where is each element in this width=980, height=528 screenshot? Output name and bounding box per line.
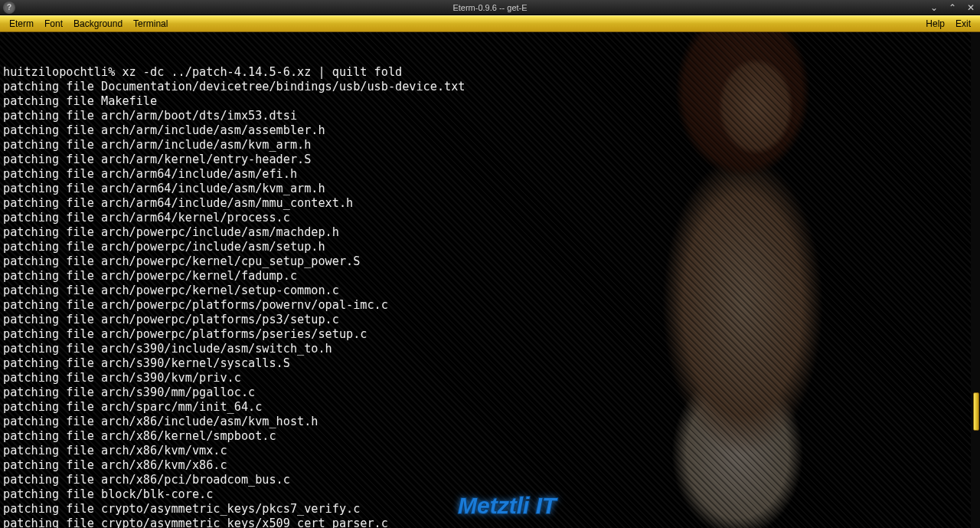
menu-font[interactable]: Font [40,17,67,31]
terminal-line: patching file arch/arm/boot/dts/imx53.dt… [3,109,977,123]
menu-exit[interactable]: Exit [951,17,975,31]
terminal-line: patching file arch/powerpc/include/asm/s… [3,240,977,254]
terminal-line: patching file arch/arm/include/asm/kvm_a… [3,138,977,152]
terminal-line: patching file arch/arm64/include/asm/kvm… [3,182,977,196]
terminal-line: patching file arch/arm/include/asm/assem… [3,123,977,138]
scrollbar-thumb[interactable] [973,392,979,431]
terminal-line: patching file arch/x86/kvm/vmx.c [3,444,977,458]
terminal-line: patching file arch/x86/kernel/smpboot.c [3,429,977,444]
terminal-line: patching file Makefile [3,94,977,109]
window-titlebar: ? Eterm-0.9.6 -- get-E ⌄ ⌃ ✕ [0,0,980,15]
terminal-line: patching file arch/powerpc/include/asm/m… [3,225,977,240]
menubar-left: Eterm Font Background Terminal [5,17,172,31]
app-icon: ? [3,2,15,14]
terminal-line: patching file arch/s390/include/asm/swit… [3,342,977,356]
watermark-text: Metztli IT [458,493,556,519]
terminal-line: patching file arch/arm64/kernel/process.… [3,211,977,225]
terminal-line: patching file arch/arm64/include/asm/efi… [3,167,977,182]
terminal-line: patching file arch/s390/kernel/syscalls.… [3,356,977,371]
maximize-button[interactable]: ⌃ [946,2,959,13]
terminal-line: patching file arch/powerpc/platforms/pse… [3,327,977,342]
menubar-right: Help Exit [921,17,975,31]
menubar: Eterm Font Background Terminal Help Exit [0,15,980,32]
minimize-button[interactable]: ⌄ [928,2,940,13]
terminal-line: patching file arch/sparc/mm/init_64.c [3,400,977,415]
terminal-area[interactable]: huitzilopochtli% xz -dc ../patch-4.14.5-… [0,32,980,528]
terminal-output: huitzilopochtli% xz -dc ../patch-4.14.5-… [0,32,980,528]
terminal-line: patching file arch/powerpc/kernel/fadump… [3,269,977,284]
scrollbar-track[interactable] [971,32,980,528]
terminal-line: patching file arch/powerpc/kernel/setup-… [3,284,977,298]
menu-help[interactable]: Help [921,17,949,31]
prompt-line: huitzilopochtli% xz -dc ../patch-4.14.5-… [3,65,977,80]
window-title: Eterm-0.9.6 -- get-E [452,3,527,12]
terminal-line: patching file arch/s390/mm/pgalloc.c [3,385,977,400]
terminal-line: patching file arch/x86/include/asm/kvm_h… [3,415,977,429]
menu-eterm[interactable]: Eterm [5,17,38,31]
terminal-line: patching file arch/x86/pci/broadcom_bus.… [3,473,977,487]
menu-background[interactable]: Background [69,17,127,31]
terminal-line: patching file arch/powerpc/kernel/cpu_se… [3,254,977,269]
terminal-line: patching file arch/arm/kernel/entry-head… [3,152,977,167]
terminal-line: patching file Documentation/devicetree/b… [3,80,977,94]
terminal-line: patching file arch/x86/kvm/x86.c [3,458,977,473]
terminal-line: patching file arch/s390/kvm/priv.c [3,371,977,385]
terminal-line: patching file arch/powerpc/platforms/pow… [3,298,977,313]
menu-terminal[interactable]: Terminal [129,17,172,31]
close-button[interactable]: ✕ [965,2,977,13]
terminal-line: patching file arch/powerpc/platforms/ps3… [3,313,977,327]
terminal-line: patching file arch/arm64/include/asm/mmu… [3,196,977,211]
window-controls: ⌄ ⌃ ✕ [928,2,977,13]
